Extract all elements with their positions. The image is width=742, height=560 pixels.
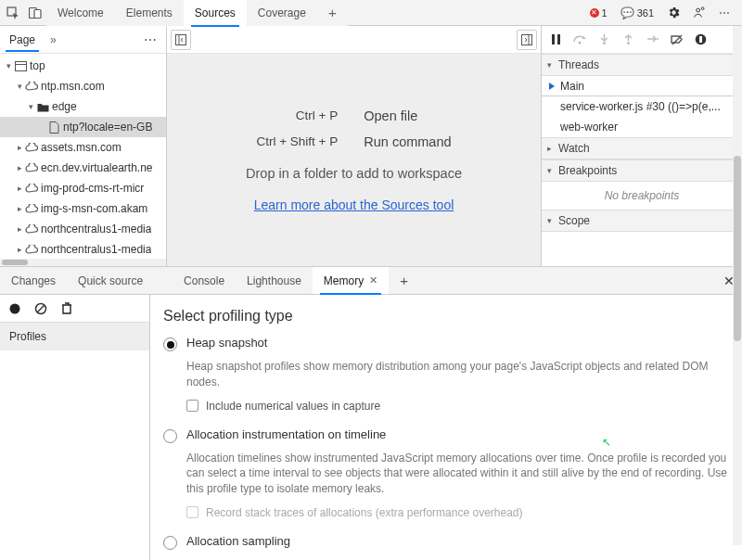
dtab-memory[interactable]: Memory✕ bbox=[313, 267, 389, 294]
error-badge[interactable]: ✕1 bbox=[585, 7, 612, 19]
thread-sw[interactable]: service-worker.js #30 (()=>p(e,... bbox=[542, 96, 742, 117]
account-icon[interactable] bbox=[688, 2, 710, 24]
tree-item[interactable]: ▸img-s-msn-com.akam bbox=[0, 198, 166, 219]
svg-point-13 bbox=[657, 38, 659, 40]
svg-rect-8 bbox=[552, 34, 555, 45]
messages-badge[interactable]: 💬361 bbox=[616, 6, 659, 19]
tab-coverage[interactable]: Coverage bbox=[247, 0, 317, 26]
thread-ww[interactable]: web-worker bbox=[542, 117, 742, 137]
step-icon[interactable] bbox=[642, 30, 662, 50]
clear-icon[interactable] bbox=[33, 301, 48, 316]
svg-rect-9 bbox=[557, 34, 560, 45]
radio-icon[interactable] bbox=[163, 429, 177, 443]
device-toggle-icon[interactable] bbox=[24, 2, 46, 24]
file-tree: ▾top▾ntp.msn.com▾edgentp?locale=en-GB▸as… bbox=[0, 54, 166, 259]
svg-rect-17 bbox=[699, 36, 700, 43]
top-toolbar: Welcome Elements Sources Coverage + ✕1 💬… bbox=[0, 0, 742, 26]
hint-key-0: Ctrl + P bbox=[256, 108, 338, 122]
error-count: 1 bbox=[602, 7, 608, 19]
option-checkbox-row[interactable]: Include numerical values in capture bbox=[186, 400, 727, 413]
hint-val-1: Run command bbox=[364, 134, 451, 149]
dtab-quicksource[interactable]: Quick source bbox=[67, 267, 154, 294]
hint-key-1: Ctrl + Shift + P bbox=[256, 134, 338, 148]
svg-point-19 bbox=[10, 303, 20, 313]
tree-scrollbar[interactable] bbox=[0, 259, 166, 266]
hide-debugger-icon[interactable] bbox=[517, 30, 537, 50]
checkbox-icon[interactable] bbox=[186, 400, 198, 412]
checkbox-icon[interactable] bbox=[186, 506, 198, 518]
profiling-option[interactable]: Allocation sampling bbox=[163, 534, 727, 550]
main-tabs: Welcome Elements Sources Coverage + bbox=[46, 0, 585, 26]
option-description: Allocation timelines show instrumented J… bbox=[186, 451, 727, 497]
settings-icon[interactable] bbox=[662, 2, 684, 24]
svg-point-10 bbox=[579, 42, 582, 45]
hint-val-0: Open file bbox=[364, 108, 451, 123]
scope-section[interactable]: ▾Scope bbox=[542, 210, 742, 232]
tree-item[interactable]: ▾edge bbox=[0, 96, 166, 117]
pause-exceptions-icon[interactable] bbox=[690, 30, 710, 50]
tree-item[interactable]: ▾ntp.msn.com bbox=[0, 76, 166, 96]
radio-icon[interactable] bbox=[163, 536, 177, 550]
tree-item[interactable]: ▸img-prod-cms-rt-micr bbox=[0, 178, 166, 198]
tree-item[interactable]: ▸northcentralus1-media bbox=[0, 219, 166, 239]
navigator-more-icon[interactable]: » bbox=[45, 33, 62, 46]
svg-point-12 bbox=[627, 42, 630, 45]
drop-hint: Drop in a folder to add to workspace bbox=[246, 166, 462, 181]
option-checkbox-row[interactable]: Record stack traces of allocations (extr… bbox=[186, 506, 727, 519]
tree-item[interactable]: ▸northcentralus1-media bbox=[0, 239, 166, 259]
threads-section[interactable]: ▾Threads bbox=[542, 54, 742, 76]
svg-rect-2 bbox=[34, 9, 41, 18]
tab-elements[interactable]: Elements bbox=[115, 0, 184, 26]
page-tab[interactable]: Page bbox=[0, 28, 45, 52]
add-tab-button[interactable]: + bbox=[317, 0, 348, 26]
svg-point-4 bbox=[701, 7, 704, 10]
tree-item[interactable]: ▸ecn.dev.virtualearth.ne bbox=[0, 158, 166, 178]
watch-section[interactable]: ▸Watch bbox=[542, 137, 742, 159]
source-editor: Ctrl + P Open file Ctrl + Shift + P Run … bbox=[167, 26, 542, 266]
memory-settings: Select profiling type Heap snapshotHeap … bbox=[150, 295, 742, 560]
profiles-tab[interactable]: Profiles bbox=[0, 323, 149, 350]
close-memory-icon[interactable]: ✕ bbox=[369, 274, 377, 286]
sources-navigator: Page » ⋯ ▾top▾ntp.msn.com▾edgentp?locale… bbox=[0, 26, 167, 266]
tab-welcome[interactable]: Welcome bbox=[46, 0, 115, 26]
step-into-icon[interactable] bbox=[594, 30, 614, 50]
record-icon[interactable] bbox=[7, 301, 22, 316]
deactivate-bp-icon[interactable] bbox=[666, 30, 686, 50]
more-icon[interactable]: ⋯ bbox=[714, 2, 736, 24]
step-over-icon[interactable] bbox=[569, 30, 590, 50]
drawer-add-tab[interactable]: + bbox=[389, 267, 419, 294]
pause-icon[interactable] bbox=[545, 30, 566, 50]
debugger-pane: ▾Threads Main service-worker.js #30 (()=… bbox=[542, 26, 742, 266]
step-out-icon[interactable] bbox=[618, 30, 638, 50]
dtab-lighthouse[interactable]: Lighthouse bbox=[236, 267, 313, 294]
svg-rect-5 bbox=[15, 61, 26, 70]
navigator-menu-icon[interactable]: ⋯ bbox=[144, 32, 166, 47]
no-breakpoints: No breakpoints bbox=[542, 182, 742, 210]
thread-main[interactable]: Main bbox=[542, 76, 742, 96]
breakpoints-section[interactable]: ▾Breakpoints bbox=[542, 159, 742, 182]
memory-sidebar: Profiles bbox=[0, 295, 150, 560]
drawer-tabs: Changes Quick source Console Lighthouse … bbox=[0, 267, 742, 295]
radio-icon[interactable] bbox=[163, 337, 177, 351]
profiling-title: Select profiling type bbox=[163, 308, 727, 325]
window-scrollbar[interactable] bbox=[733, 26, 742, 545]
profiling-option[interactable]: Heap snapshot bbox=[163, 336, 727, 351]
tree-item[interactable]: ▾top bbox=[0, 56, 166, 76]
tree-item[interactable]: ▸assets.msn.com bbox=[0, 137, 166, 158]
svg-rect-18 bbox=[700, 36, 701, 43]
message-count: 361 bbox=[637, 7, 654, 19]
learn-more-link[interactable]: Learn more about the Sources tool bbox=[254, 197, 454, 212]
svg-point-11 bbox=[603, 42, 606, 45]
delete-icon[interactable] bbox=[59, 301, 74, 316]
tree-item[interactable]: ntp?locale=en-GB bbox=[0, 117, 166, 137]
hide-navigator-icon[interactable] bbox=[171, 30, 191, 50]
svg-point-3 bbox=[696, 8, 699, 12]
tab-sources[interactable]: Sources bbox=[184, 0, 247, 26]
inspect-icon[interactable] bbox=[2, 2, 24, 24]
profiling-option[interactable]: Allocation instrumentation on timeline bbox=[163, 427, 727, 443]
dtab-console[interactable]: Console bbox=[173, 267, 236, 294]
dtab-changes[interactable]: Changes bbox=[0, 267, 67, 294]
option-description: Heap snapshot profiles show memory distr… bbox=[186, 359, 727, 390]
